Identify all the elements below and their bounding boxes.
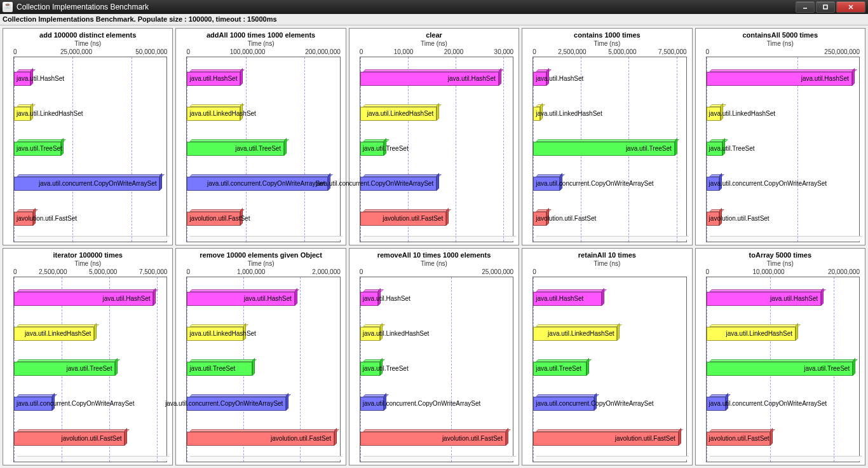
bar: java.util.HashSet (707, 64, 859, 92)
bar: javolution.util.FastSet (533, 203, 686, 231)
chart-panel: remove 10000 elements given ObjectTime (… (175, 248, 346, 465)
axis-tick: 2,500,000 (558, 48, 587, 55)
bar: java.util.LinkedHashSet (533, 99, 686, 127)
bar: java.util.LinkedHashSet (707, 99, 859, 127)
minimize-button[interactable] (796, 1, 815, 13)
axis-label: Time (ns) (524, 40, 690, 47)
plot-area: java.util.HashSetjava.util.LinkedHashSet… (532, 57, 686, 242)
plot-area: java.util.HashSetjava.util.LinkedHashSet… (186, 277, 340, 462)
axis-tick: 10,000,000 (753, 268, 785, 275)
bar: java.util.TreeSet (187, 354, 339, 382)
bar-label: java.util.LinkedHashSet (536, 109, 602, 116)
close-button[interactable] (836, 1, 865, 13)
bar: javolution.util.FastSet (360, 203, 513, 231)
chart-panel: iterator 100000 timesTime (ns)02,500,000… (3, 248, 173, 465)
subtitle: Collection Implementations Benchmark. Po… (0, 14, 868, 25)
bar-label: java.util.HashSet (448, 74, 496, 81)
bar: java.util.TreeSet (187, 134, 339, 162)
axis-tick: 0 (706, 48, 710, 55)
bar: java.util.HashSet (533, 64, 686, 92)
bar: java.util.LinkedHashSet (187, 99, 339, 127)
axis-ticks: 01,000,0002,000,000 (186, 268, 340, 275)
axis-ticks: 010,00020,00030,000 (360, 48, 513, 55)
chart-title: contains 1000 times (524, 31, 690, 39)
bar-label: java.util.LinkedHashSet (709, 109, 776, 116)
axis-tick: 20,000,000 (828, 268, 860, 275)
axis-tick: 25,000,000 (482, 268, 513, 275)
bar-label: java.util.TreeSet (804, 365, 850, 372)
axis-tick: 25,000,000 (60, 48, 92, 55)
axis-label: Time (ns) (4, 260, 171, 267)
bar: java.util.HashSet (187, 284, 339, 312)
plot-area: java.util.HashSetjava.util.LinkedHashSet… (360, 277, 513, 462)
chart-title: retainAll 10 times (524, 251, 690, 259)
bar-label: java.util.HashSet (770, 294, 818, 301)
chart-title: iterator 100000 times (4, 251, 171, 259)
bar: java.util.concurrent.CopyOnWriteArraySet (360, 169, 513, 196)
bar: java.util.concurrent.CopyOnWriteArraySet (14, 389, 166, 416)
bar-label: java.util.LinkedHashSet (363, 329, 430, 336)
bar: java.util.TreeSet (14, 354, 166, 382)
bar-label: java.util.concurrent.CopyOnWriteArraySet (17, 400, 134, 407)
chart-panel: containsAll 5000 timesTime (ns)0250,000,… (695, 28, 865, 245)
window-titlebar: Collection Implementations Benchmark (0, 0, 868, 14)
bar: java.util.TreeSet (707, 134, 859, 162)
window-buttons (796, 1, 865, 13)
bar-label: java.util.HashSet (801, 74, 849, 81)
axis-label: Time (ns) (524, 260, 690, 267)
bar: java.util.concurrent.CopyOnWriteArraySet (533, 169, 686, 196)
bar: java.util.LinkedHashSet (187, 319, 339, 347)
bar: java.util.LinkedHashSet (707, 319, 859, 347)
bar: java.util.concurrent.CopyOnWriteArraySet (14, 169, 166, 196)
bar-label: javolution.util.FastSet (709, 215, 770, 222)
bar-label: java.util.TreeSet (67, 365, 112, 372)
bar: javolution.util.FastSet (533, 423, 686, 451)
axis-tick: 0 (13, 268, 17, 275)
bar-label: java.util.TreeSet (17, 145, 62, 152)
bar-label: java.util.concurrent.CopyOnWriteArraySet (536, 180, 653, 187)
bar: java.util.LinkedHashSet (533, 319, 686, 347)
bar-label: java.util.HashSet (536, 294, 583, 301)
axis-tick: 20,000 (444, 48, 464, 55)
plot-area: java.util.HashSetjava.util.LinkedHashSet… (360, 57, 513, 242)
bar: javolution.util.FastSet (707, 203, 859, 231)
chart-title: toArray 5000 times (697, 251, 864, 259)
bar-label: java.util.TreeSet (709, 145, 755, 152)
bar-label: javolution.util.FastSet (536, 215, 596, 222)
bar-label: java.util.TreeSet (235, 145, 281, 152)
plot-area: java.util.HashSetjava.util.LinkedHashSet… (706, 57, 860, 242)
bar-label: java.util.LinkedHashSet (726, 329, 793, 336)
chart-title: removeAll 10 times 1000 elements (351, 251, 517, 259)
bar: javolution.util.FastSet (187, 423, 339, 451)
axis-tick: 250,000,000 (824, 48, 860, 55)
bar: java.util.concurrent.CopyOnWriteArraySet (187, 389, 339, 416)
axis-tick: 7,500,000 (658, 48, 687, 55)
bar-label: java.util.HashSet (17, 74, 64, 81)
bar-label: javolution.util.FastSet (442, 435, 503, 442)
bar-label: java.util.LinkedHashSet (367, 109, 434, 116)
axis-tick: 0 (360, 48, 363, 55)
bar: java.util.HashSet (360, 284, 513, 312)
chart-panel: toArray 5000 timesTime (ns)010,000,00020… (695, 248, 865, 465)
axis-tick: 30,000 (494, 48, 514, 55)
bar: javolution.util.FastSet (187, 203, 339, 231)
bar-label: javolution.util.FastSet (189, 215, 250, 222)
maximize-button[interactable] (816, 1, 835, 13)
bar-label: java.util.concurrent.CopyOnWriteArraySet (536, 400, 653, 407)
chart-title: addAll 1000 times 1000 elements (177, 31, 344, 39)
bar-label: java.util.concurrent.CopyOnWriteArraySet (316, 180, 433, 187)
window-title: Collection Implementations Benchmark (17, 3, 796, 11)
bar: java.util.TreeSet (360, 354, 513, 382)
bar: java.util.TreeSet (707, 354, 859, 382)
axis-tick: 0 (360, 268, 363, 275)
bar: javolution.util.FastSet (14, 203, 166, 231)
bar-label: javolution.util.FastSet (383, 215, 443, 222)
bar: java.util.LinkedHashSet (14, 99, 166, 127)
bar: java.util.HashSet (360, 64, 513, 92)
bar-label: java.util.LinkedHashSet (548, 329, 614, 336)
axis-label: Time (ns) (177, 40, 344, 47)
plot-area: java.util.HashSetjava.util.LinkedHashSet… (706, 277, 860, 462)
plot-area: java.util.HashSetjava.util.LinkedHashSet… (532, 277, 686, 462)
bar-label: java.util.TreeSet (536, 365, 581, 372)
bar-label: javolution.util.FastSet (61, 435, 121, 442)
